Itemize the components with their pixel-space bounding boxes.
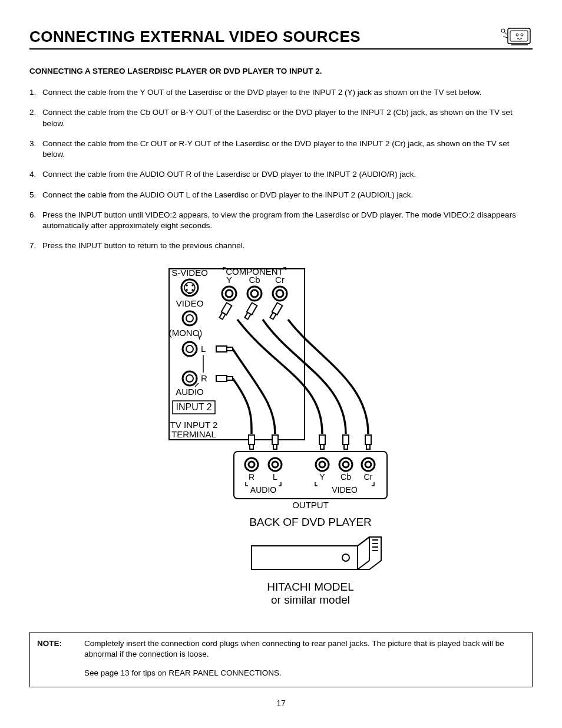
- dvd-cr: Cr: [364, 472, 373, 482]
- note-extra: See page 13 for tips on REAR PANEL CONNE…: [84, 668, 525, 678]
- svg-point-11: [186, 289, 188, 292]
- dvd-cb: Cb: [340, 472, 351, 482]
- svg-point-55: [316, 458, 329, 471]
- svg-point-24: [186, 345, 193, 353]
- svg-point-60: [365, 462, 371, 467]
- svg-point-53: [269, 458, 282, 471]
- svg-rect-36: [216, 346, 227, 352]
- page-title: CONNECTING EXTERNAL VIDEO SOURCES: [29, 27, 500, 47]
- svg-point-17: [251, 290, 258, 297]
- svg-point-19: [276, 290, 283, 297]
- svg-rect-1: [510, 31, 528, 41]
- step-text: Connect the cable from the Cb OUT or B-Y…: [42, 107, 533, 129]
- tv-input-line1: TV INPUT 2: [170, 420, 218, 430]
- y-label: Y: [226, 275, 232, 285]
- svideo-label: S-VIDEO: [171, 268, 208, 278]
- svg-point-27: [186, 375, 193, 382]
- svg-rect-40: [249, 435, 254, 444]
- dvd-video: VIDEO: [332, 485, 358, 495]
- svg-rect-41: [250, 444, 253, 449]
- dvd-l: L: [273, 472, 277, 482]
- step-text: Connect the cable from the AUDIO OUT L o…: [42, 190, 533, 200]
- video-label: VIDEO: [176, 298, 204, 308]
- svg-rect-33: [244, 312, 250, 319]
- svg-rect-13: [188, 292, 191, 294]
- dvd-audio: AUDIO: [250, 485, 276, 495]
- cb-label: Cb: [249, 275, 260, 285]
- svg-point-52: [249, 462, 254, 467]
- section-subtitle: CONNECTING A STEREO LASERDISC PLAYER OR …: [29, 66, 533, 77]
- svg-rect-39: [227, 377, 233, 380]
- connection-diagram: S-VIDEO COMPONENT Y Cb Cr VIDEO (MONO) L…: [29, 263, 533, 620]
- svg-rect-48: [365, 435, 371, 444]
- svg-rect-31: [219, 312, 225, 319]
- svg-point-12: [191, 289, 194, 292]
- svg-rect-43: [273, 444, 277, 449]
- note-label: NOTE:: [37, 638, 84, 660]
- svg-point-54: [272, 462, 278, 467]
- step-text: Press the INPUT button to return to the …: [42, 241, 533, 251]
- svg-rect-45: [320, 444, 324, 449]
- svg-rect-35: [270, 312, 276, 319]
- back-dvd-label: BACK OF DVD PLAYER: [249, 516, 372, 528]
- page-number: 17: [29, 698, 533, 709]
- svg-point-5: [501, 29, 505, 32]
- svg-point-18: [273, 286, 287, 301]
- svg-point-2: [516, 34, 518, 36]
- note-box: NOTE: Completely insert the connection c…: [29, 632, 533, 688]
- audio-label: AUDIO: [176, 387, 204, 397]
- svg-rect-42: [272, 435, 278, 444]
- svg-rect-44: [319, 435, 325, 444]
- step-text: Connect the cable from the Y OUT of the …: [42, 87, 533, 98]
- svg-point-56: [319, 462, 325, 467]
- svg-point-14: [222, 286, 236, 301]
- instruction-list: 1.Connect the cable from the Y OUT of th…: [29, 87, 533, 251]
- cr-label: Cr: [275, 275, 285, 285]
- step-text: Connect the cable from the Cr OUT or R-Y…: [42, 139, 533, 160]
- tv-input-line2: TERMINAL: [171, 429, 216, 439]
- dvd-y: Y: [319, 472, 325, 482]
- svg-point-9: [186, 285, 188, 287]
- svg-point-10: [191, 285, 194, 287]
- svg-point-59: [362, 458, 375, 471]
- svg-rect-46: [343, 435, 349, 444]
- tv-mascot-icon: [500, 24, 533, 47]
- svg-rect-49: [366, 444, 370, 449]
- svg-rect-47: [344, 444, 348, 449]
- output-label: OUTPUT: [292, 500, 329, 510]
- svg-point-57: [339, 458, 352, 471]
- step-text: Connect the cable from the AUDIO OUT R o…: [42, 169, 533, 180]
- svg-point-23: [183, 342, 197, 356]
- svg-point-20: [183, 311, 197, 325]
- dvd-r: R: [249, 472, 254, 482]
- r-label: R: [201, 373, 207, 383]
- svg-point-16: [247, 286, 262, 301]
- hitachi-l2: or similar model: [271, 594, 350, 606]
- svg-point-51: [245, 458, 258, 471]
- svg-rect-37: [227, 347, 233, 351]
- step-text: Press the INPUT button until VIDEO:2 app…: [42, 210, 533, 231]
- mono-label: (MONO): [169, 328, 203, 338]
- note-text: Completely insert the connection cord pl…: [84, 638, 525, 660]
- l-label: L: [201, 344, 206, 354]
- svg-point-58: [343, 462, 349, 467]
- input2-label: INPUT 2: [176, 402, 211, 412]
- hitachi-l1: HITACHI MODEL: [267, 581, 353, 593]
- svg-point-3: [521, 34, 523, 36]
- svg-point-15: [226, 290, 233, 297]
- svg-rect-38: [216, 375, 227, 381]
- svg-point-21: [186, 315, 193, 322]
- svg-point-26: [183, 371, 197, 386]
- svg-point-8: [184, 282, 195, 293]
